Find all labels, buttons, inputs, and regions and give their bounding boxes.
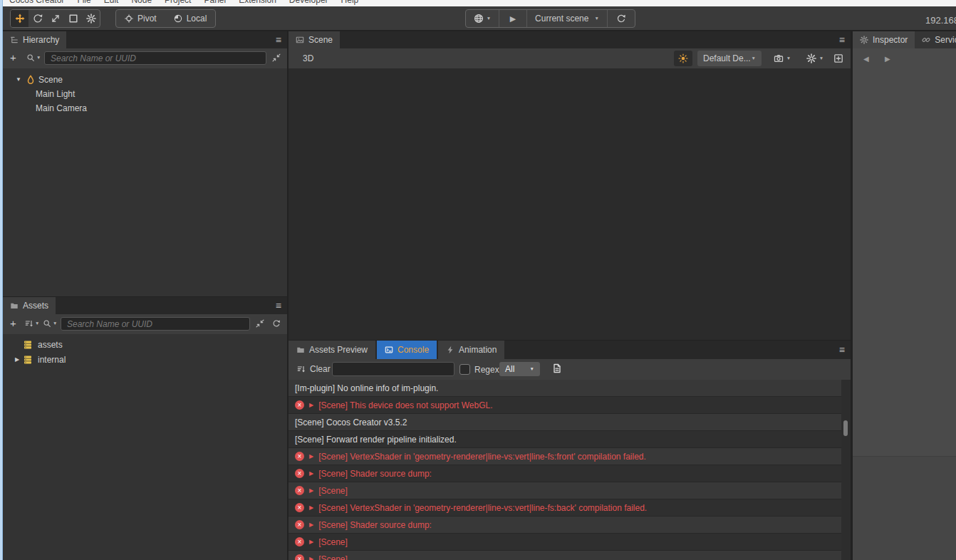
expand-caret-icon[interactable]: ▶ (309, 403, 313, 408)
expand-caret-icon[interactable]: ▶ (309, 539, 313, 545)
inspector-body (853, 68, 956, 560)
tab-hierarchy[interactable]: Hierarchy (3, 31, 66, 48)
tree-node-main-light[interactable]: Main Light (3, 87, 287, 101)
tab-assets-preview[interactable]: Assets Preview (289, 341, 375, 359)
tab-animation[interactable]: Animation (438, 341, 504, 359)
expand-caret-icon[interactable]: ▶ (309, 522, 313, 528)
tab-scene[interactable]: Scene (289, 31, 340, 48)
assets-toolbar: + ▼ ▼ (3, 314, 287, 334)
log-row[interactable]: [Scene] Forward render pipeline initiali… (289, 431, 841, 448)
tab-service[interactable]: Service (915, 31, 956, 48)
expand-caret-icon[interactable]: ▶ (309, 488, 313, 494)
move-icon (15, 14, 24, 24)
rect-icon (70, 15, 77, 22)
host-ip-text: 192.168 (925, 15, 956, 26)
menu-item-panel[interactable]: Panel (197, 0, 232, 6)
local-label: Local (187, 14, 207, 24)
menu-item-developer[interactable]: Developer (283, 0, 335, 6)
tab-assets[interactable]: Assets (3, 297, 56, 314)
gizmo-settings-button[interactable] (82, 10, 100, 27)
log-row[interactable]: × ▶ [Scene] This device does not support… (289, 397, 841, 414)
expand-caret-icon[interactable]: ▶ (309, 471, 313, 477)
folder-icon (297, 348, 303, 353)
log-level-dropdown[interactable]: All ▼ (499, 362, 540, 376)
tab-console[interactable]: Console (377, 341, 437, 359)
log-row[interactable]: × ▶ [Scene] Shader source dump: (289, 517, 841, 534)
assets-search-input[interactable] (61, 317, 250, 331)
clear-console-button[interactable]: Clear (297, 364, 331, 374)
menu-item-project[interactable]: Project (158, 0, 197, 6)
expand-caret-icon[interactable]: ▶ (309, 505, 313, 511)
tab-inspector[interactable]: Inspector (853, 31, 915, 48)
log-text: [Im-plugin] No online info of im-plugin. (295, 383, 438, 393)
log-row[interactable]: × ▶ [Scene] (289, 551, 841, 560)
scene-settings-dropdown[interactable]: ▼ (803, 51, 827, 66)
search-filter-button[interactable]: ▼ (43, 319, 57, 328)
asset-node-internal[interactable]: ▶ internal (3, 352, 287, 367)
sun-icon (679, 54, 687, 63)
search-filter-button[interactable]: ▼ (26, 53, 41, 62)
preview-target-dropdown[interactable]: ▼ (466, 10, 499, 27)
nav-forward-icon[interactable]: ▶ (885, 55, 890, 63)
layout-grid-button[interactable] (830, 51, 847, 66)
hierarchy-search-input[interactable] (44, 51, 266, 65)
open-log-file-button[interactable] (552, 363, 562, 373)
lighting-toggle-button[interactable] (674, 51, 692, 66)
scale-tool-button[interactable] (46, 10, 64, 27)
collapse-all-button[interactable] (256, 319, 264, 328)
asset-bundle-icon (24, 341, 31, 348)
rotate-tool-button[interactable] (28, 10, 46, 27)
error-icon: × (295, 400, 304, 410)
asset-node-assets[interactable]: assets (3, 337, 287, 352)
menu-item-file[interactable]: File (71, 0, 97, 6)
refresh-button[interactable] (607, 10, 635, 27)
console-scrollbar-thumb[interactable] (843, 420, 848, 436)
menu-item-edit[interactable]: Edit (98, 0, 125, 6)
refresh-assets-button[interactable] (272, 319, 281, 328)
log-row[interactable]: × ▶ [Scene] VertexShader in 'geometry-re… (289, 499, 841, 517)
play-button[interactable]: ▶ (499, 10, 526, 27)
menu-item-help[interactable]: Help (335, 0, 365, 6)
move-tool-button[interactable] (11, 10, 28, 27)
log-row[interactable]: × ▶ [Scene] Shader source dump: (289, 465, 841, 482)
expand-caret-icon[interactable]: ▶ (309, 454, 313, 460)
globe-icon (474, 15, 482, 23)
assets-menu-icon[interactable]: ≡ (276, 299, 281, 312)
hierarchy-tree: ▼ Scene Main Light Main Camera (3, 68, 287, 296)
local-toggle-button[interactable]: Local (165, 10, 216, 27)
hierarchy-menu-icon[interactable]: ≡ (276, 33, 281, 46)
menu-item-node[interactable]: Node (125, 0, 158, 6)
expand-caret-icon[interactable]: ▶ (309, 556, 313, 560)
tree-node-scene[interactable]: ▼ Scene (3, 73, 287, 87)
collapse-all-button[interactable] (272, 53, 281, 62)
error-icon: × (295, 503, 304, 512)
log-row[interactable]: × ▶ [Scene] (289, 482, 841, 499)
menu-item-cocos-creator[interactable]: Cocos Creator (3, 0, 71, 6)
device-dropdown[interactable]: Default De... ▼ (697, 51, 762, 66)
create-asset-button[interactable]: + (10, 318, 16, 329)
menu-item-extension[interactable]: Extension (232, 0, 283, 6)
camera-settings-dropdown[interactable]: ▼ (770, 51, 794, 66)
sort-assets-button[interactable]: ▼ (25, 319, 39, 328)
pivot-toggle-button[interactable]: Pivot (116, 10, 165, 27)
rect-tool-button[interactable] (64, 10, 82, 27)
log-row[interactable]: × ▶ [Scene] (289, 534, 841, 551)
log-text: [Scene] VertexShader in 'geometry-render… (318, 503, 647, 513)
log-row[interactable]: × ▶ [Scene] VertexShader in 'geometry-re… (289, 448, 841, 465)
tree-node-main-camera[interactable]: Main Camera (3, 101, 287, 115)
create-node-button[interactable]: + (10, 52, 16, 63)
console-filter-input[interactable] (332, 362, 454, 376)
caret-down-icon[interactable]: ▼ (14, 77, 23, 83)
log-row[interactable]: [Scene] Cocos Creator v3.5.2 (289, 414, 841, 431)
scene-viewport[interactable] (289, 68, 851, 340)
caret-right-icon[interactable]: ▶ (13, 357, 21, 363)
view-mode-3d-button[interactable]: 3D (303, 53, 313, 63)
scene-menu-icon[interactable]: ≡ (839, 33, 845, 46)
regex-checkbox[interactable] (459, 364, 470, 375)
log-row[interactable]: [Im-plugin] No online info of im-plugin. (289, 380, 841, 397)
asset-node-label: assets (38, 340, 63, 350)
scene-select-dropdown[interactable]: Current scene ▼ (526, 10, 607, 27)
caret-down-icon: ▼ (36, 56, 41, 61)
console-menu-icon[interactable]: ≡ (839, 343, 845, 356)
nav-back-icon[interactable]: ◀ (863, 55, 869, 63)
